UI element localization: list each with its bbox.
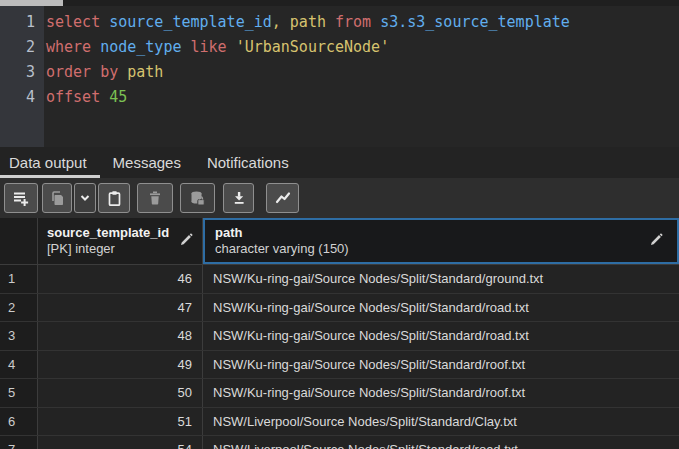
sql-token: 'UrbanSourceNode' <box>236 38 390 56</box>
sql-token: order by <box>46 63 127 81</box>
sql-token: , path <box>272 13 335 31</box>
sql-token: path <box>127 63 163 81</box>
sql-token: offset <box>46 88 109 106</box>
tab-notifications[interactable]: Notifications <box>194 147 302 178</box>
table-row: 146NSW/Ku-ring-gai/Source Nodes/Split/St… <box>0 265 679 294</box>
query-tool-panel: 1234 select source_template_id, path fro… <box>0 0 679 449</box>
editor-code-area[interactable]: select source_template_id, path from s3.… <box>44 6 679 147</box>
column-header-path[interactable]: path character varying (150) <box>203 218 679 264</box>
code-line[interactable]: order by path <box>46 60 679 85</box>
sql-token: s3.s3_source_template <box>380 13 570 31</box>
sql-token: where <box>46 38 100 56</box>
cell-source-template-id[interactable]: 49 <box>38 351 203 379</box>
cell-source-template-id[interactable]: 46 <box>38 265 203 293</box>
chevron-down-icon <box>78 191 92 205</box>
sql-editor[interactable]: 1234 select source_template_id, path fro… <box>0 0 679 147</box>
line-chart-icon <box>274 190 292 206</box>
line-number: 3 <box>0 60 35 85</box>
cell-source-template-id[interactable]: 51 <box>38 408 203 436</box>
sql-token: 45 <box>109 88 127 106</box>
copy-button[interactable] <box>42 183 72 213</box>
line-number: 4 <box>0 85 35 110</box>
row-number[interactable]: 3 <box>0 322 38 350</box>
row-number[interactable]: 1 <box>0 265 38 293</box>
row-number[interactable]: 7 <box>0 436 38 449</box>
table-row: 754NSW/Liverpool/Source Nodes/Split/Stan… <box>0 436 679 449</box>
table-row: 550NSW/Ku-ring-gai/Source Nodes/Split/St… <box>0 379 679 408</box>
add-row-button[interactable] <box>4 183 38 213</box>
result-tabbar: Data output Messages Notifications <box>0 147 679 178</box>
editor-horizontal-scrollbar[interactable] <box>0 0 679 6</box>
cell-source-template-id[interactable]: 48 <box>38 322 203 350</box>
edit-pencil-icon[interactable] <box>650 232 663 250</box>
paste-button[interactable] <box>98 183 130 213</box>
code-line[interactable]: select source_template_id, path from s3.… <box>46 10 679 35</box>
copy-icon <box>49 190 66 207</box>
sql-token: select <box>46 13 109 31</box>
save-results-button[interactable] <box>223 183 254 213</box>
row-number[interactable]: 5 <box>0 379 38 407</box>
cell-path[interactable]: NSW/Liverpool/Source Nodes/Split/Standar… <box>203 436 679 449</box>
grid-rows: 146NSW/Ku-ring-gai/Source Nodes/Split/St… <box>0 265 679 449</box>
column-type: [PK] integer <box>47 241 202 257</box>
database-lock-icon <box>189 190 206 207</box>
data-output-toolbar <box>0 178 679 218</box>
code-line[interactable]: offset 45 <box>46 85 679 110</box>
tab-data-output[interactable]: Data output <box>0 147 100 178</box>
row-number[interactable]: 6 <box>0 408 38 436</box>
cell-path[interactable]: NSW/Ku-ring-gai/Source Nodes/Split/Stand… <box>203 294 679 322</box>
save-data-changes-button[interactable] <box>180 183 215 213</box>
cell-source-template-id[interactable]: 54 <box>38 436 203 449</box>
tab-messages[interactable]: Messages <box>100 147 194 178</box>
delete-button[interactable] <box>137 183 173 213</box>
grid-header-row: source_template_id [PK] integer path cha… <box>0 218 679 265</box>
line-number: 2 <box>0 35 35 60</box>
cell-source-template-id[interactable]: 50 <box>38 379 203 407</box>
cell-path[interactable]: NSW/Ku-ring-gai/Source Nodes/Split/Stand… <box>203 322 679 350</box>
add-row-icon <box>12 189 30 207</box>
scrollbar-thumb[interactable] <box>0 0 63 6</box>
row-number[interactable]: 4 <box>0 351 38 379</box>
cell-path[interactable]: NSW/Ku-ring-gai/Source Nodes/Split/Stand… <box>203 265 679 293</box>
table-row: 651NSW/Liverpool/Source Nodes/Split/Stan… <box>0 408 679 437</box>
editor-line-numbers: 1234 <box>0 6 44 147</box>
sql-token: node_type <box>100 38 190 56</box>
table-row: 449NSW/Ku-ring-gai/Source Nodes/Split/St… <box>0 351 679 380</box>
edit-pencil-icon[interactable] <box>180 232 193 250</box>
column-header-source-template-id[interactable]: source_template_id [PK] integer <box>38 218 203 264</box>
column-name: path <box>215 225 677 241</box>
cell-path[interactable]: NSW/Liverpool/Source Nodes/Split/Standar… <box>203 408 679 436</box>
row-number[interactable]: 2 <box>0 294 38 322</box>
paste-icon <box>106 190 123 207</box>
sql-token: from <box>335 13 380 31</box>
trash-icon <box>147 190 163 206</box>
graph-visualiser-button[interactable] <box>266 183 299 213</box>
data-output-grid: source_template_id [PK] integer path cha… <box>0 218 679 449</box>
sql-token: source_template_id <box>109 13 272 31</box>
code-line[interactable]: where node_type like 'UrbanSourceNode' <box>46 35 679 60</box>
column-type: character varying (150) <box>215 241 677 257</box>
cell-path[interactable]: NSW/Ku-ring-gai/Source Nodes/Split/Stand… <box>203 379 679 407</box>
cell-path[interactable]: NSW/Ku-ring-gai/Source Nodes/Split/Stand… <box>203 351 679 379</box>
line-number: 1 <box>0 10 35 35</box>
copy-options-dropdown[interactable] <box>74 183 96 213</box>
column-name: source_template_id <box>47 225 202 241</box>
grid-corner-cell[interactable] <box>0 218 38 264</box>
download-icon <box>231 190 247 206</box>
table-row: 247NSW/Ku-ring-gai/Source Nodes/Split/St… <box>0 294 679 323</box>
table-row: 348NSW/Ku-ring-gai/Source Nodes/Split/St… <box>0 322 679 351</box>
sql-token: like <box>191 38 236 56</box>
cell-source-template-id[interactable]: 47 <box>38 294 203 322</box>
